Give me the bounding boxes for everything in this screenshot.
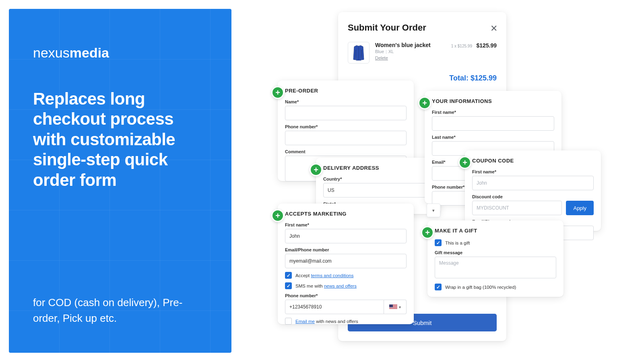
gift-msg-input[interactable] — [435, 257, 556, 278]
delete-product-link[interactable]: Delete — [375, 56, 388, 60]
m-emailphone-label: Email/Phone number — [285, 247, 407, 252]
sms-checkbox[interactable] — [285, 282, 292, 289]
phone-label: Phone number* — [285, 124, 407, 129]
country-flag-select[interactable]: ▾ — [384, 300, 407, 314]
brand-logo: nexusmedia — [33, 45, 207, 61]
chevron-down-icon: ▾ — [432, 208, 435, 213]
wrap-label: Wrap in a gift bag (100% recycled) — [445, 285, 516, 290]
plus-icon[interactable]: + — [458, 156, 471, 169]
info-title: YOUR INFORMATIONS — [432, 98, 554, 104]
brand-bold: media — [70, 45, 109, 60]
coupon-first-input[interactable] — [472, 176, 594, 190]
jacket-icon — [351, 44, 366, 61]
product-thumb — [348, 42, 369, 64]
chevron-down-icon: ▾ — [399, 305, 401, 309]
delivery-title: DELIVERY ADDRESS — [323, 165, 433, 171]
coupon-card: + COUPON CODE First name* Discount code … — [465, 150, 601, 231]
line-price: $125.99 — [476, 42, 497, 49]
product-name: Women's blue jacket — [375, 42, 446, 48]
brand-light: nexus — [33, 45, 70, 60]
plus-icon[interactable]: + — [418, 97, 431, 109]
emailme-checkbox[interactable] — [285, 318, 292, 325]
m-emailphone-input[interactable] — [285, 254, 407, 268]
last-label: Last name* — [432, 135, 554, 140]
emailme-link[interactable]: Email me — [295, 319, 315, 324]
terms-link[interactable]: terms and conditions — [311, 273, 353, 278]
plus-icon[interactable]: + — [310, 163, 322, 176]
wrap-checkbox[interactable] — [435, 284, 442, 290]
product-row: Women's blue jacket Blue|XL Delete 1 x $… — [348, 42, 497, 64]
is-gift-checkbox[interactable] — [435, 239, 442, 246]
preorder-title: PRE-ORDER — [285, 88, 407, 94]
gift-title: MAKE IT A GIFT — [435, 228, 556, 234]
country-select[interactable] — [323, 183, 433, 197]
plus-icon[interactable]: + — [271, 86, 284, 99]
apply-button[interactable]: Apply — [566, 201, 594, 215]
marketing-title: ACCEPTS MARKETING — [285, 211, 407, 217]
close-icon[interactable]: ✕ — [490, 23, 497, 34]
product-info: Women's blue jacket Blue|XL Delete — [375, 42, 446, 61]
first-label: First name* — [432, 110, 554, 115]
us-flag-icon — [389, 304, 397, 310]
discount-label: Discount code — [472, 194, 594, 199]
news-offers-link[interactable]: news and offers — [324, 284, 357, 288]
plus-icon[interactable]: + — [421, 226, 434, 239]
state-select-chevron[interactable]: ▾ — [427, 204, 440, 217]
first-input[interactable] — [432, 116, 554, 131]
order-title: Submit Your Order — [348, 23, 497, 33]
name-input[interactable] — [285, 106, 407, 120]
m-phone-label: Phone number* — [285, 293, 407, 298]
product-variant: Blue|XL — [375, 49, 446, 54]
discount-input[interactable] — [472, 201, 562, 215]
phone-input[interactable] — [285, 131, 407, 145]
product-price: 1 x $125.99 $125.99 — [451, 42, 497, 49]
promo-panel: nexusmedia Replaces long checkout proces… — [9, 9, 231, 353]
coupon-first-label: First name* — [472, 169, 594, 174]
country-label: Country* — [323, 177, 433, 181]
qty-unit: 1 x $125.99 — [451, 44, 472, 48]
name-label: Name* — [285, 99, 407, 104]
comment-label: Comment — [285, 149, 407, 154]
coupon-title: COUPON CODE — [472, 158, 594, 164]
m-first-input[interactable] — [285, 229, 407, 243]
accept-terms-checkbox[interactable] — [285, 272, 292, 279]
m-phone-input[interactable] — [285, 300, 384, 314]
promo-headline: Replaces long checkout process with cust… — [33, 89, 207, 190]
gift-card: + MAKE IT A GIFT This is a gift Gift mes… — [427, 220, 564, 297]
country-value[interactable] — [323, 183, 433, 197]
plus-icon[interactable]: + — [271, 209, 284, 222]
marketing-card: + ACCEPTS MARKETING First name* Email/Ph… — [278, 204, 414, 324]
m-first-label: First name* — [285, 222, 407, 227]
promo-subline: for COD (cash on delivery), Pre-order, P… — [33, 295, 207, 326]
is-gift-label: This is a gift — [445, 241, 470, 245]
gift-msg-label: Gift message — [435, 250, 556, 255]
